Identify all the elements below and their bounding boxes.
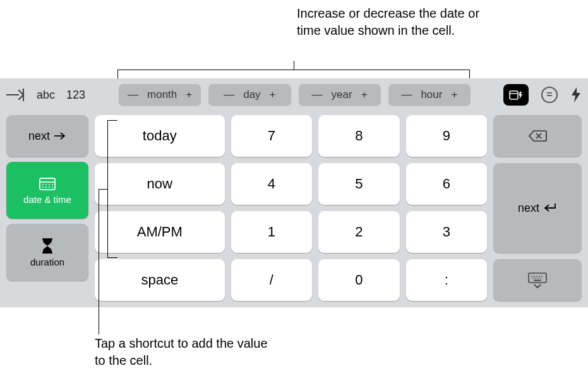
stepper-year[interactable]: — year + bbox=[299, 84, 381, 106]
svg-point-23 bbox=[532, 278, 534, 279]
duration-mode-button[interactable]: duration bbox=[6, 224, 88, 281]
stepper-label: year bbox=[332, 89, 352, 101]
svg-point-8 bbox=[52, 184, 53, 185]
key-0[interactable]: 0 bbox=[318, 259, 399, 301]
plus-icon[interactable]: + bbox=[186, 89, 192, 101]
key-7[interactable]: 7 bbox=[231, 115, 312, 157]
keyboard-panel: abc 123 — month + — day + — year + — hou… bbox=[0, 78, 588, 307]
plus-icon[interactable]: + bbox=[451, 89, 457, 101]
key-colon[interactable]: : bbox=[406, 259, 487, 301]
plus-icon[interactable]: + bbox=[361, 89, 368, 101]
date-keyboard-icon bbox=[509, 89, 523, 101]
toolbar-right: = bbox=[476, 84, 582, 106]
left-column: next date & time bbox=[6, 115, 88, 301]
key-8[interactable]: 8 bbox=[318, 115, 399, 157]
svg-point-7 bbox=[49, 184, 50, 185]
stepper-label: month bbox=[147, 89, 177, 101]
svg-point-18 bbox=[531, 276, 532, 277]
keyboard-dismiss-icon bbox=[527, 272, 548, 288]
stepper-day[interactable]: — day + bbox=[208, 84, 291, 106]
lightning-icon bbox=[570, 87, 582, 103]
minus-icon[interactable]: — bbox=[128, 89, 138, 101]
svg-rect-0 bbox=[510, 91, 518, 99]
svg-point-12 bbox=[52, 186, 53, 188]
annotation-bottom: Tap a shortcut to add the value to the c… bbox=[95, 335, 272, 369]
minus-icon[interactable]: — bbox=[224, 89, 234, 101]
svg-point-24 bbox=[535, 278, 536, 279]
date-time-label: date & time bbox=[23, 194, 71, 205]
minus-icon[interactable]: — bbox=[401, 89, 412, 101]
right-column: next bbox=[493, 115, 582, 301]
key-6[interactable]: 6 bbox=[406, 163, 487, 205]
keyboard-mode-icon[interactable] bbox=[503, 84, 529, 106]
key-5[interactable]: 5 bbox=[318, 163, 399, 205]
svg-point-20 bbox=[536, 276, 537, 277]
duration-label: duration bbox=[30, 257, 64, 267]
arrow-right-icon bbox=[54, 131, 66, 140]
next-return-label: next bbox=[518, 202, 539, 215]
shortcut-space[interactable]: space bbox=[95, 259, 225, 301]
key-1[interactable]: 1 bbox=[231, 211, 312, 253]
key-4[interactable]: 4 bbox=[231, 163, 312, 205]
svg-point-25 bbox=[537, 278, 539, 279]
dismiss-keyboard-button[interactable] bbox=[493, 259, 582, 301]
tab-forward-icon[interactable] bbox=[6, 88, 25, 102]
svg-point-19 bbox=[534, 276, 535, 277]
date-steppers: — month + — day + — year + — hour + bbox=[119, 84, 471, 106]
next-return-button[interactable]: next bbox=[493, 163, 582, 253]
equals-icon[interactable]: = bbox=[541, 87, 558, 103]
svg-rect-3 bbox=[40, 178, 55, 190]
svg-point-5 bbox=[42, 184, 44, 185]
delete-button[interactable] bbox=[493, 115, 582, 157]
key-2[interactable]: 2 bbox=[318, 211, 399, 253]
bolt-icon[interactable] bbox=[570, 87, 582, 103]
abc-button[interactable]: abc bbox=[37, 89, 55, 102]
bracket-top bbox=[117, 61, 470, 78]
annotation-top: Increase or decrease the date or time va… bbox=[297, 5, 486, 39]
date-time-mode-button[interactable]: date & time bbox=[6, 162, 88, 219]
return-icon bbox=[543, 202, 557, 214]
svg-point-11 bbox=[49, 186, 50, 188]
hourglass-icon bbox=[41, 238, 54, 254]
calendar-icon bbox=[39, 176, 56, 190]
123-button[interactable]: 123 bbox=[66, 89, 85, 102]
backspace-icon bbox=[528, 130, 547, 142]
minus-icon[interactable]: — bbox=[312, 89, 323, 101]
stepper-label: day bbox=[243, 89, 260, 101]
toolbar: abc 123 — month + — day + — year + — hou… bbox=[0, 78, 588, 111]
next-label: next bbox=[28, 130, 50, 143]
svg-point-21 bbox=[539, 276, 540, 277]
svg-rect-27 bbox=[534, 280, 541, 281]
stepper-hour[interactable]: — hour + bbox=[388, 84, 471, 106]
stepper-month[interactable]: — month + bbox=[119, 84, 201, 106]
svg-point-9 bbox=[42, 186, 44, 188]
svg-point-26 bbox=[540, 278, 541, 279]
key-9[interactable]: 9 bbox=[406, 115, 487, 157]
svg-point-22 bbox=[541, 276, 543, 277]
svg-point-10 bbox=[45, 186, 47, 188]
key-grid: next date & time bbox=[0, 111, 588, 301]
next-cell-button[interactable]: next bbox=[6, 115, 88, 157]
svg-point-6 bbox=[45, 184, 47, 185]
key-slash[interactable]: / bbox=[231, 259, 312, 301]
key-3[interactable]: 3 bbox=[406, 211, 487, 253]
svg-rect-17 bbox=[529, 273, 546, 283]
plus-icon[interactable]: + bbox=[270, 89, 276, 101]
stepper-label: hour bbox=[421, 89, 442, 101]
bracket-left bbox=[99, 120, 117, 258]
numpad-area: today 7 8 9 now 4 5 6 AM/PM 1 2 3 space … bbox=[95, 115, 487, 301]
toolbar-left: abc 123 bbox=[6, 88, 114, 102]
